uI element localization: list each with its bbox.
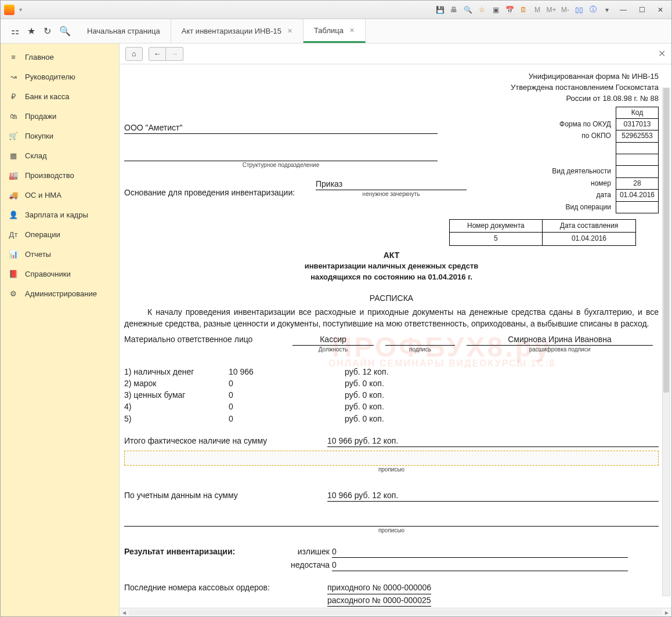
total-value: 10 966 руб. 12 коп. [327,435,659,447]
compare-icon[interactable]: ▣ [490,5,501,15]
date-value: 01.04.2016 [616,190,658,201]
name-caption: расшифровка подписи [461,346,659,354]
raspiska-title: РАСПИСКА [124,292,659,304]
sidebar-label: Склад [25,151,47,160]
titlebar: ▾ 💾 🖶 🔍 ☆ ▣ 📅 🗓 M M+ M- ▯▯ ⓘ ▾ — ☐ ✕ [1,1,671,19]
register-m-icon[interactable]: M [532,5,543,15]
horizontal-scrollbar[interactable]: ◄ ► [120,608,671,616]
money-lines: 1) наличных денег10 966руб. 12 коп.2) ма… [124,366,659,424]
position-value: Кассир [292,333,374,346]
basis-label: Основание для проведения инвентаризации: [124,187,310,198]
print-icon[interactable]: 🖶 [449,5,459,15]
tab-close-icon[interactable]: ✕ [349,27,355,34]
money-row: 1) наличных денег10 966руб. 12 коп. [124,366,659,378]
scroll-left-icon[interactable]: ◄ [120,609,129,616]
sidebar-item-9[interactable]: ДтОперации [1,224,119,244]
scroll-right-icon[interactable]: ► [662,609,671,616]
tab-home[interactable]: Начальная страница [77,19,171,43]
sidebar-item-7[interactable]: 🚚ОС и НМА [1,185,119,205]
save-icon[interactable]: 💾 [435,5,445,15]
signature-caption: подпись [380,346,461,354]
money-kop: руб. 0 коп. [345,401,384,412]
date-label: дата [548,190,616,201]
money-rub: 0 [229,378,345,389]
book-label: По учетным данным на сумму [124,489,327,502]
sidebar: ≡Главное↝Руководителю₽Банк и касса🛍Прода… [1,43,120,616]
number-label: номер [548,177,616,189]
register-mplus-icon[interactable]: M+ [546,5,557,15]
doc-date-head: Дата составления [542,220,635,233]
close-panel-button[interactable]: ✕ [658,48,666,59]
dropdown-icon[interactable]: ▾ [602,5,612,15]
order-incoming: приходного № 0000-000006 [327,582,431,594]
search-icon[interactable]: 🔍 [59,26,71,37]
codes-table: Код Форма по ОКУД0317013 по ОКПО52962553… [548,107,659,214]
app-menu-dropdown-icon[interactable]: ▾ [19,6,22,13]
vertical-scrollbar[interactable] [662,88,670,596]
sidebar-item-11[interactable]: 📕Справочники [1,264,119,284]
forward-button[interactable]: → [166,47,183,61]
code-header: Код [616,107,658,118]
sidebar-icon: ▦ [9,151,18,160]
sidebar-icon: 👤 [9,210,18,219]
sidebar-item-10[interactable]: 📊Отчеты [1,244,119,264]
sidebar-icon: ⚙ [9,289,18,298]
surplus-label: излишек [275,546,332,558]
tab-table[interactable]: Таблица✕ [304,19,366,43]
sidebar-item-2[interactable]: ₽Банк и касса [1,86,119,106]
panels-icon[interactable]: ▯▯ [574,5,584,15]
history-icon[interactable]: ↻ [44,26,51,37]
calc-icon[interactable]: 🗓 [518,5,529,15]
orders-label: Последние номера кассовых ордеров: [124,582,327,607]
tabbar: ⚏ ★ ↻ 🔍 Начальная страница Акт инвентари… [1,19,671,43]
sidebar-label: Руководителю [25,72,75,81]
in-words-caption: прописью [124,466,659,474]
maximize-button[interactable]: ☐ [634,5,649,15]
sidebar-item-4[interactable]: 🛒Покупки [1,126,119,146]
sidebar-item-8[interactable]: 👤Зарплата и кадры [1,205,119,224]
info-icon[interactable]: ⓘ [588,5,598,15]
basis-caption: ненужное зачеркнуть [316,190,467,199]
sidebar-item-6[interactable]: 🏭Производство [1,165,119,185]
minimize-button[interactable]: — [616,5,631,15]
tab-label: Акт инвентаризации ИНВ-15 [182,27,281,35]
sidebar-item-12[interactable]: ⚙Администрирование [1,284,119,303]
scrollbar-thumb[interactable] [663,88,669,393]
money-kop: руб. 0 коп. [345,413,384,424]
sidebar-label: Операции [25,230,60,239]
back-button[interactable]: ← [149,47,166,61]
sidebar-label: Отчеты [25,250,51,259]
operation-label: Вид операции [548,201,616,213]
sidebar-icon: Дт [9,230,18,239]
close-window-button[interactable]: ✕ [653,5,668,15]
money-label: 2) марок [124,378,229,389]
preview-icon[interactable]: 🔍 [463,5,473,15]
total-label: Итого фактическое наличие на сумму [124,435,327,447]
sidebar-icon: 🛒 [9,131,18,140]
home-button[interactable]: ⌂ [125,47,143,61]
favorite-icon[interactable]: ☆ [476,5,487,15]
subdivision-caption: Структурное подразделение [124,161,438,170]
calendar-icon[interactable]: 📅 [504,5,515,15]
sidebar-icon: 📊 [9,249,18,259]
tab-close-icon[interactable]: ✕ [287,27,292,35]
sidebar-label: Банк и касса [25,92,70,101]
money-rub: 10 966 [229,366,345,378]
highlighted-cell[interactable] [124,451,659,466]
basis-value: Приказ [316,178,467,190]
tab-act-inv15[interactable]: Акт инвентаризации ИНВ-15✕ [171,19,304,43]
sidebar-item-1[interactable]: ↝Руководителю [1,67,119,86]
apps-icon[interactable]: ⚏ [11,26,19,37]
sidebar-label: Справочники [25,270,71,278]
sidebar-item-3[interactable]: 🛍Продажи [1,106,119,126]
tab-label: Таблица [314,26,344,35]
register-mminus-icon[interactable]: M- [560,5,570,15]
sidebar-item-5[interactable]: ▦Склад [1,146,119,165]
sidebar-item-0[interactable]: ≡Главное [1,47,119,67]
money-row: 5)0руб. 0 коп. [124,413,659,424]
star-icon[interactable]: ★ [27,26,35,37]
document-viewport[interactable]: ПРОФБУХ8.ру ОНЛАЙН СЕМИНАРЫ ВИДЕОКУРСЫ 1… [120,64,671,608]
akt-subtitle1: инвентаризации наличных денежных средств [124,261,659,272]
doc-num: 5 [450,233,543,245]
number-value: 28 [616,177,658,189]
